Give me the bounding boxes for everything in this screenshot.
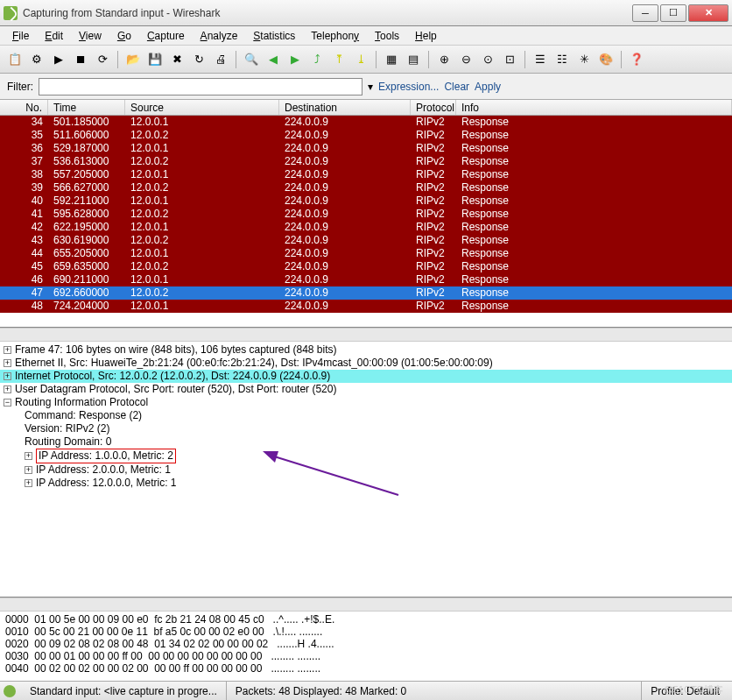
packet-details[interactable]: +Frame 47: 106 bytes on wire (848 bits),…: [0, 342, 732, 597]
menu-go[interactable]: Go: [110, 28, 138, 44]
start-icon[interactable]: ▶: [49, 50, 68, 69]
status-packets: Packets: 48 Displayed: 48 Marked: 0: [227, 682, 643, 700]
open-icon[interactable]: 📂: [123, 50, 143, 69]
last-icon[interactable]: ⤓: [351, 50, 370, 69]
filters-icon[interactable]: ☰: [531, 50, 550, 69]
packet-row[interactable]: 42622.19500012.0.0.1224.0.0.9RIPv2Respon…: [0, 221, 732, 234]
apply-link[interactable]: Apply: [475, 81, 501, 93]
separator: [621, 51, 622, 68]
color-icon[interactable]: 🎨: [596, 50, 616, 69]
tree-frame[interactable]: +Frame 47: 106 bytes on wire (848 bits),…: [0, 343, 732, 357]
menu-edit[interactable]: Edit: [38, 28, 70, 44]
menu-file[interactable]: File: [5, 28, 36, 44]
zoomin-icon[interactable]: ⊕: [434, 50, 454, 69]
status-file: Standard input: <live capture in progre.…: [21, 682, 227, 700]
tree-ethernet[interactable]: +Ethernet II, Src: HuaweiTe_2b:21:24 (00…: [0, 357, 732, 370]
col-destination[interactable]: Destination: [279, 100, 411, 115]
hex-row[interactable]: 0030 00 00 01 00 00 00 ff 00 00 00 00 00…: [5, 650, 727, 662]
packet-row[interactable]: 40592.21100012.0.0.1224.0.0.9RIPv2Respon…: [0, 194, 732, 208]
goto-icon[interactable]: ⤴: [307, 50, 327, 69]
hex-pane[interactable]: 0000 01 00 5e 00 00 09 00 e0 fc 2b 21 24…: [0, 612, 732, 682]
back-icon[interactable]: ◀: [264, 50, 283, 69]
minimize-button[interactable]: ─: [632, 4, 658, 22]
restart-icon[interactable]: ⟳: [93, 50, 112, 69]
zoomout-icon[interactable]: ⊖: [456, 50, 475, 69]
packet-row[interactable]: 48724.20400012.0.0.1224.0.0.9RIPv2Respon…: [0, 300, 732, 313]
tree-rip[interactable]: −Routing Information Protocol: [0, 396, 732, 409]
menu-tools[interactable]: Tools: [368, 28, 406, 44]
save-icon[interactable]: 💾: [145, 50, 165, 69]
col-no[interactable]: No.: [0, 100, 48, 115]
packet-row[interactable]: 41595.62800012.0.0.2224.0.0.9RIPv2Respon…: [0, 208, 732, 221]
print-icon[interactable]: 🖨: [211, 50, 230, 69]
menu-capture[interactable]: Capture: [140, 28, 192, 44]
col-protocol[interactable]: Protocol: [411, 100, 456, 115]
menu-telephony[interactable]: Telephony: [304, 28, 366, 44]
resize-icon[interactable]: ⊡: [500, 50, 519, 69]
autoscroll-icon[interactable]: ▤: [404, 50, 423, 69]
options-icon[interactable]: ⚙: [27, 50, 46, 69]
tree-ip[interactable]: +Internet Protocol, Src: 12.0.0.2 (12.0.…: [0, 370, 732, 383]
col-info[interactable]: Info: [456, 100, 732, 115]
rules-icon[interactable]: ☷: [553, 50, 572, 69]
packet-row[interactable]: 36529.18700012.0.0.1224.0.0.9RIPv2Respon…: [0, 142, 732, 155]
clear-link[interactable]: Clear: [444, 81, 469, 93]
find-icon[interactable]: 🔍: [242, 50, 261, 69]
separator: [117, 51, 118, 68]
filter-input[interactable]: [39, 78, 362, 95]
reload-icon[interactable]: ↻: [189, 50, 208, 69]
packet-list[interactable]: No. Time Source Destination Protocol Inf…: [0, 100, 732, 328]
rip-version[interactable]: Version: RIPv2 (2): [0, 422, 732, 435]
interfaces-icon[interactable]: 📋: [5, 50, 25, 69]
filter-dropdown[interactable]: ▾: [368, 81, 373, 93]
close-button[interactable]: ✕: [688, 4, 728, 22]
stop-icon[interactable]: ⏹: [71, 50, 90, 69]
hex-row[interactable]: 0040 00 02 00 02 00 00 02 00 00 00 ff 00…: [5, 662, 727, 675]
rip-command[interactable]: Command: Response (2): [0, 409, 732, 422]
col-source[interactable]: Source: [125, 100, 279, 115]
packet-row[interactable]: 37536.61300012.0.0.2224.0.0.9RIPv2Respon…: [0, 155, 732, 168]
packet-row[interactable]: 39566.62700012.0.0.2224.0.0.9RIPv2Respon…: [0, 181, 732, 194]
hex-row[interactable]: 0000 01 00 5e 00 00 09 00 e0 fc 2b 21 24…: [5, 613, 727, 626]
close-file-icon[interactable]: ✖: [167, 50, 187, 69]
menu-view[interactable]: View: [72, 28, 109, 44]
zoom100-icon[interactable]: ⊙: [478, 50, 497, 69]
statusbar: Standard input: <live capture in progre.…: [0, 681, 732, 700]
tree-udp[interactable]: +User Datagram Protocol, Src Port: route…: [0, 383, 732, 396]
colorize-icon[interactable]: ▦: [382, 50, 401, 69]
app-icon: [4, 6, 18, 20]
menu-analyze[interactable]: Analyze: [194, 28, 245, 44]
watermark: @51CTO博客: [664, 683, 723, 696]
toolbar: 📋 ⚙ ▶ ⏹ ⟳ 📂 💾 ✖ ↻ 🖨 🔍 ◀ ▶ ⤴ ⤒ ⤓ ▦ ▤ ⊕ ⊖ …: [0, 46, 732, 74]
separator: [236, 51, 236, 68]
packet-row[interactable]: 38557.20500012.0.0.1224.0.0.9RIPv2Respon…: [0, 168, 732, 181]
packet-row[interactable]: 46690.21100012.0.0.1224.0.0.9RIPv2Respon…: [0, 273, 732, 286]
help-icon[interactable]: ❓: [627, 50, 646, 69]
prefs-icon[interactable]: ✳: [574, 50, 594, 69]
menu-statistics[interactable]: Statistics: [246, 28, 302, 44]
first-icon[interactable]: ⤒: [329, 50, 348, 69]
packet-row[interactable]: 45659.63500012.0.0.2224.0.0.9RIPv2Respon…: [0, 260, 732, 273]
packet-row[interactable]: 35511.60600012.0.0.2224.0.0.9RIPv2Respon…: [0, 129, 732, 142]
forward-icon[interactable]: ▶: [285, 50, 305, 69]
hscroll2[interactable]: [0, 597, 732, 612]
packet-row[interactable]: 44655.20500012.0.0.1224.0.0.9RIPv2Respon…: [0, 247, 732, 260]
filter-label: Filter:: [7, 81, 33, 93]
filter-bar: Filter: ▾ Expression... Clear Apply: [0, 74, 732, 100]
expression-link[interactable]: Expression...: [378, 81, 439, 93]
separator: [376, 51, 377, 68]
maximize-button[interactable]: ☐: [660, 4, 686, 22]
separator: [428, 51, 429, 68]
rip-addr1[interactable]: +IP Address: 1.0.0.0, Metric: 2: [0, 449, 732, 463]
menu-help[interactable]: Help: [408, 28, 444, 44]
rip-addr3[interactable]: +IP Address: 12.0.0.0, Metric: 1: [0, 477, 732, 490]
hex-row[interactable]: 0010 00 5c 00 21 00 00 0e 11 bf a5 0c 00…: [5, 626, 727, 638]
packet-row[interactable]: 43630.61900012.0.0.2224.0.0.9RIPv2Respon…: [0, 234, 732, 247]
col-time[interactable]: Time: [48, 100, 125, 115]
packet-row[interactable]: 34501.18500012.0.0.1224.0.0.9RIPv2Respon…: [0, 116, 732, 129]
rip-addr2[interactable]: +IP Address: 2.0.0.0, Metric: 1: [0, 463, 732, 477]
packet-row[interactable]: 47692.66000012.0.0.2224.0.0.9RIPv2Respon…: [0, 286, 732, 300]
rip-domain[interactable]: Routing Domain: 0: [0, 435, 732, 449]
hscroll[interactable]: [0, 328, 732, 342]
hex-row[interactable]: 0020 00 09 02 08 02 08 00 48 01 34 02 02…: [5, 638, 727, 650]
